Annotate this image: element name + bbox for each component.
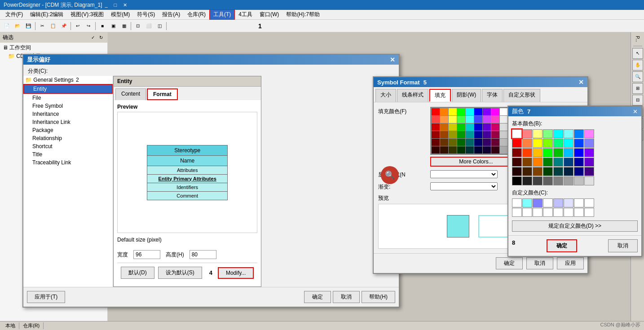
status-warehouse[interactable]: 仓库(R) (19, 322, 44, 329)
define-custom-btn[interactable]: 规定自定义颜色(D) >> (512, 220, 638, 232)
custom-color-cell-15[interactable] (584, 208, 594, 217)
basic-color-cell-28[interactable] (553, 158, 563, 167)
basic-color-cell-10[interactable] (533, 139, 543, 148)
basic-color-cell-47[interactable] (584, 176, 594, 185)
tree-traceability[interactable]: Traceability Link (23, 158, 113, 167)
custom-color-cell-6[interactable] (574, 198, 584, 207)
symbol-color-cell-5[interactable] (474, 108, 482, 115)
btn-apply[interactable]: 应用于(T) (27, 291, 65, 303)
basic-color-cell-33[interactable] (522, 167, 532, 176)
custom-color-cell-1[interactable] (522, 198, 532, 207)
basic-color-cell-45[interactable] (564, 176, 573, 185)
tab-size[interactable]: 大小 (375, 89, 396, 102)
basic-color-cell-37[interactable] (564, 167, 573, 176)
tree-workarea[interactable]: 🖥 工作空间 (1, 44, 106, 52)
search-overlay-btn[interactable]: 🔍 (381, 166, 399, 184)
basic-color-cell-30[interactable] (574, 158, 584, 167)
symbol-color-cell-32[interactable] (449, 131, 457, 138)
panel-icon-refresh[interactable]: ↻ (97, 34, 105, 41)
basic-color-cell-20[interactable] (553, 148, 563, 157)
tab-fill[interactable]: 填充 (429, 89, 451, 102)
custom-color-cell-9[interactable] (522, 208, 532, 217)
btn-cancel[interactable]: 取消 (333, 291, 360, 303)
basic-color-cell-43[interactable] (543, 176, 553, 185)
status-local[interactable]: 本地 (2, 322, 19, 329)
basic-color-cell-26[interactable] (533, 158, 543, 167)
dialog-symbol-close[interactable]: ✕ (578, 79, 584, 86)
tab-line[interactable]: 线条样式 (397, 89, 428, 102)
basic-color-cell-40[interactable] (512, 176, 522, 185)
custom-color-cell-5[interactable] (564, 198, 573, 207)
btn-modify[interactable]: Modify... (218, 267, 254, 279)
symbol-ok-btn[interactable]: 确定 (496, 257, 523, 269)
symbol-color-cell-21[interactable] (440, 123, 448, 131)
toolbar-b5[interactable]: ⬜ (144, 21, 154, 31)
tab-font[interactable]: 字体 (482, 89, 503, 102)
basic-color-cell-25[interactable] (522, 158, 532, 167)
close-btn[interactable]: ✕ (120, 2, 130, 9)
tree-free-symbol[interactable]: Free Symbol (23, 102, 113, 110)
symbol-color-cell-10[interactable] (432, 116, 440, 123)
basic-color-cell-42[interactable] (533, 176, 543, 185)
btn-set-default[interactable]: 设为默认(S) (158, 267, 202, 279)
basic-color-cell-9[interactable] (522, 139, 532, 148)
basic-color-cell-14[interactable] (574, 139, 584, 148)
custom-color-cell-14[interactable] (574, 208, 584, 217)
tree-shortcut[interactable]: Shortcut (23, 142, 113, 150)
window-controls[interactable]: _ □ ✕ (102, 2, 130, 9)
toolbar-b3[interactable]: ▦ (119, 21, 129, 31)
basic-color-cell-18[interactable] (533, 148, 543, 157)
symbol-color-cell-42[interactable] (449, 139, 457, 146)
toolbar-open[interactable]: 📂 (13, 21, 22, 31)
symbol-color-cell-55[interactable] (474, 146, 482, 154)
symbol-color-cell-58[interactable] (500, 146, 508, 154)
symbol-color-cell-51[interactable] (440, 146, 448, 154)
symbol-color-cell-45[interactable] (474, 139, 482, 146)
menu-view[interactable]: 视图(V):3视图 (67, 10, 107, 19)
btn-ok[interactable]: 确定 (304, 291, 331, 303)
symbol-color-cell-37[interactable] (491, 131, 499, 138)
basic-color-cell-1[interactable] (522, 129, 532, 138)
symbol-color-cell-48[interactable] (500, 139, 508, 146)
height-input[interactable] (190, 250, 216, 259)
toolbar-paste[interactable]: 📌 (59, 21, 69, 31)
symbol-apply-btn[interactable]: 应用 (557, 257, 584, 269)
custom-color-cell-0[interactable] (512, 198, 522, 207)
basic-color-cell-19[interactable] (543, 148, 553, 157)
gradient-select[interactable] (430, 182, 498, 190)
symbol-color-cell-56[interactable] (483, 146, 491, 154)
symbol-color-cell-41[interactable] (440, 139, 448, 146)
symbol-color-cell-54[interactable] (466, 146, 474, 154)
basic-color-cell-3[interactable] (543, 129, 553, 138)
symbol-color-cell-23[interactable] (457, 123, 465, 131)
tree-general-settings[interactable]: 📁 General Settings 2 (23, 76, 113, 84)
symbol-color-cell-8[interactable] (500, 108, 508, 115)
basic-color-cell-29[interactable] (564, 158, 573, 167)
symbol-color-cell-43[interactable] (457, 139, 465, 146)
symbol-color-cell-20[interactable] (432, 123, 440, 131)
toolbar-b6[interactable]: ◫ (154, 21, 164, 31)
tree-entity[interactable]: Entity (23, 84, 113, 94)
toolbar-b2[interactable]: ▣ (108, 21, 118, 31)
symbol-color-cell-15[interactable] (474, 116, 482, 123)
symbol-color-cell-30[interactable] (432, 131, 440, 138)
toolbar-redo[interactable]: ↪ (84, 21, 93, 31)
toolbar-copy[interactable]: 📋 (48, 21, 58, 31)
dialog-prefs-close[interactable]: ✕ (390, 56, 395, 63)
right-btn-zoom[interactable]: 🔍 (632, 71, 643, 82)
menu-tools2[interactable]: 4工具 (235, 10, 256, 19)
symbol-cancel-btn[interactable]: 取消 (526, 257, 553, 269)
basic-color-cell-32[interactable] (512, 167, 522, 176)
menu-edit[interactable]: 编辑(E):2编辑 (26, 10, 67, 19)
symbol-color-cell-25[interactable] (474, 123, 482, 131)
basic-color-cell-15[interactable] (584, 139, 594, 148)
display-mode-select[interactable] (430, 170, 498, 178)
symbol-color-cell-47[interactable] (491, 139, 499, 146)
symbol-color-cell-40[interactable] (432, 139, 440, 146)
basic-color-cell-5[interactable] (564, 129, 573, 138)
tab-shadow[interactable]: 阴影(W) (452, 89, 481, 102)
color-cancel-btn[interactable]: 取消 (608, 239, 638, 252)
symbol-color-cell-18[interactable] (500, 116, 508, 123)
basic-color-cell-6[interactable] (574, 129, 584, 138)
tree-inheritance[interactable]: Inheritance (23, 110, 113, 118)
